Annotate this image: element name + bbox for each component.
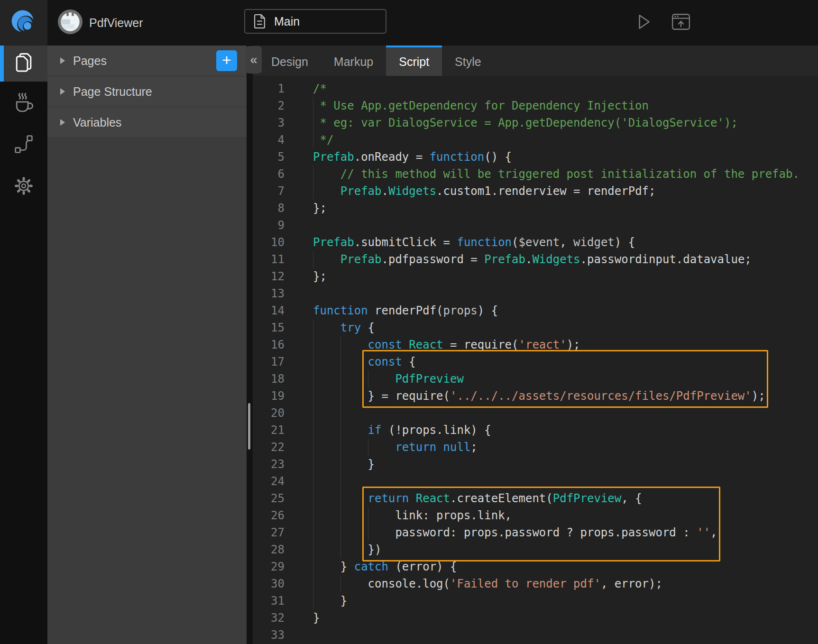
chevron-right-icon — [60, 119, 65, 126]
code-line: 25 return React.createElement(PdfPreview… — [253, 490, 818, 507]
main-page-button[interactable]: Main — [244, 9, 386, 34]
code-text: }; — [313, 268, 327, 285]
line-number: 32 — [253, 609, 285, 626]
code-text: } — [313, 592, 347, 609]
code-text: const React = require('react'); — [313, 336, 580, 353]
line-number: 21 — [253, 422, 285, 439]
code-text: try { — [313, 319, 375, 336]
line-number: 7 — [253, 183, 285, 200]
prefab-avatar-icon — [57, 9, 83, 35]
play-icon — [634, 13, 652, 31]
code-text: } catch (error) { — [313, 558, 457, 575]
section-pages-label: Pages — [73, 54, 107, 68]
line-number: 9 — [253, 217, 285, 234]
code-text: * Use App.getDependency for Dependency I… — [313, 97, 649, 114]
code-line: 17 const { — [253, 353, 818, 370]
tab-markup[interactable]: Markup — [321, 46, 386, 76]
line-number: 25 — [253, 490, 285, 507]
code-line: 10Prefab.submitClick = function($event, … — [253, 234, 818, 251]
code-text: }) — [313, 541, 382, 558]
run-preview-button[interactable] — [633, 11, 653, 32]
line-number: 15 — [253, 319, 285, 336]
code-text: */ — [313, 131, 333, 148]
code-line: 16 const React = require('react'); — [253, 336, 818, 353]
line-number: 1 — [253, 80, 285, 97]
section-variables[interactable]: Variables — [47, 107, 247, 138]
code-line: 14function renderPdf(props) { — [253, 302, 818, 319]
section-pages[interactable]: Pages + — [47, 46, 247, 76]
code-text: } = require('../../../assets/resources/f… — [313, 387, 765, 405]
code-line: 21 if (!props.link) { — [253, 422, 818, 439]
line-number: 27 — [253, 524, 285, 541]
code-text: Prefab.onReady = function() { — [313, 148, 512, 166]
open-in-window-button[interactable] — [671, 11, 691, 32]
code-line: 31 } — [253, 592, 818, 609]
code-text: Prefab.submitClick = function($event, wi… — [313, 234, 635, 251]
activity-bar — [0, 46, 47, 644]
code-line: 11 Prefab.pdfpassword = Prefab.Widgets.p… — [253, 251, 818, 268]
line-number: 6 — [253, 166, 285, 183]
code-text: if (!props.link) { — [313, 422, 491, 439]
code-line: 9 — [253, 217, 818, 234]
chevron-right-icon — [60, 57, 65, 64]
code-line: 7 Prefab.Widgets.custom1.renderview = re… — [253, 183, 818, 200]
tab-design[interactable]: Design — [258, 46, 321, 76]
code-line: 23 } — [253, 456, 818, 473]
tab-script[interactable]: Script — [386, 46, 442, 76]
line-number: 13 — [253, 285, 285, 302]
rail-item-pages[interactable] — [0, 46, 47, 82]
code-text: password: props.password ? props.passwor… — [313, 524, 717, 541]
line-number: 10 — [253, 234, 285, 251]
line-number: 18 — [253, 370, 285, 387]
code-line: 6 // this method will be triggered post … — [253, 166, 818, 183]
indent-guide — [340, 473, 341, 490]
code-line: 30 console.log('Failed to render pdf', e… — [253, 575, 818, 592]
line-number: 2 — [253, 97, 285, 114]
wavemaker-logo[interactable] — [0, 0, 47, 46]
rail-item-settings[interactable] — [0, 165, 47, 207]
code-line: 33 — [253, 626, 818, 644]
line-number: 14 — [253, 302, 285, 319]
code-text: // this method will be triggered post in… — [313, 166, 800, 183]
code-line: 26 link: props.link, — [253, 507, 818, 524]
code-line: 1/* — [253, 80, 818, 97]
line-number: 30 — [253, 575, 285, 592]
line-number: 17 — [253, 353, 285, 370]
code-text: console.log('Failed to render pdf', erro… — [313, 575, 662, 592]
code-line: 32} — [253, 609, 818, 626]
line-number: 12 — [253, 268, 285, 285]
line-number: 33 — [253, 626, 285, 644]
code-line: 19 } = require('../../../assets/resource… — [253, 387, 818, 405]
coffee-cup-icon — [12, 91, 36, 114]
code-text: link: props.link, — [313, 507, 512, 524]
code-line: 8}; — [253, 200, 818, 217]
line-number: 8 — [253, 200, 285, 217]
pages-icon — [13, 52, 35, 75]
rail-item-java-services[interactable] — [0, 82, 47, 123]
code-line: 28 }) — [253, 541, 818, 558]
explorer-panel: Pages + Page Structure Variables — [47, 46, 247, 644]
indent-guide — [340, 405, 341, 422]
panel-scrollbar[interactable] — [248, 403, 250, 450]
section-page-structure[interactable]: Page Structure — [47, 76, 247, 107]
tab-style[interactable]: Style — [442, 46, 494, 76]
code-line: 13 — [253, 285, 818, 302]
line-number: 26 — [253, 507, 285, 524]
code-text: PdfPreview — [313, 370, 464, 387]
line-number: 29 — [253, 558, 285, 575]
preview-in-window-icon — [671, 12, 691, 32]
line-number: 31 — [253, 592, 285, 609]
connector-icon — [12, 133, 35, 156]
code-line: 15 try { — [253, 319, 818, 336]
code-editor[interactable]: 1/*2 * Use App.getDependency for Depende… — [253, 76, 818, 644]
code-line: 24 — [253, 473, 818, 490]
code-text: } — [313, 609, 320, 626]
code-text: const { — [313, 353, 416, 370]
line-number: 3 — [253, 114, 285, 131]
wavemaker-logo-icon — [10, 9, 37, 37]
add-page-button[interactable]: + — [216, 50, 237, 71]
line-number: 5 — [253, 148, 285, 166]
gear-icon — [12, 175, 35, 197]
rail-item-bindings[interactable] — [0, 123, 47, 165]
collapse-panel-button[interactable]: « — [246, 46, 262, 74]
